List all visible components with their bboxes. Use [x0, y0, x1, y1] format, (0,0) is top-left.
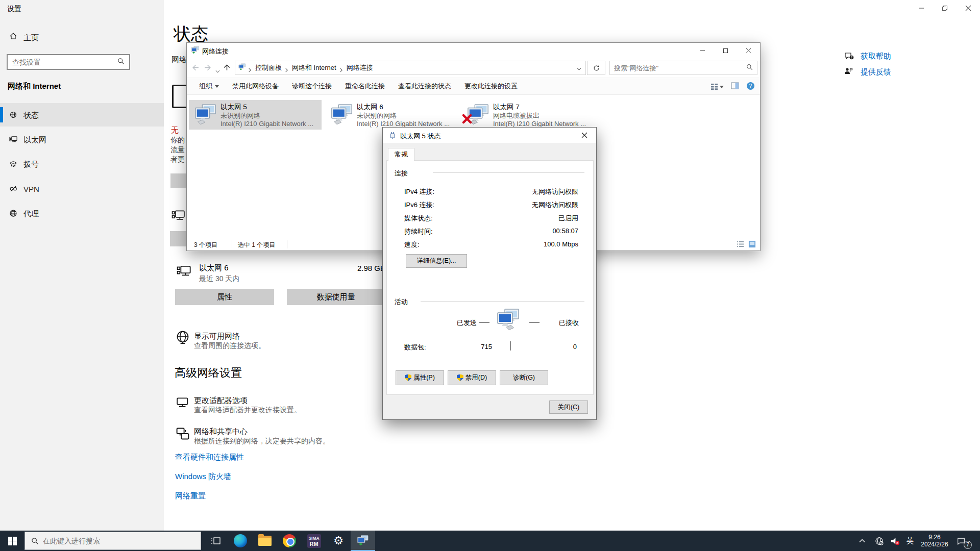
sidebar-item-status[interactable]: 状态	[0, 103, 164, 127]
close-icon[interactable]	[573, 128, 596, 143]
row-label: 媒体状态:	[404, 214, 433, 223]
properties-button[interactable]: 属性	[175, 289, 274, 305]
sidebar-item-dialup[interactable]: 拨号	[0, 152, 164, 176]
sidebar-item-label: 代理	[23, 209, 39, 219]
hardware-properties-link[interactable]: 查看硬件和连接属性	[175, 453, 244, 462]
tab-general[interactable]: 常规	[388, 148, 414, 161]
close-button[interactable]: 关闭(C)	[549, 400, 588, 414]
sidebar-item-ethernet[interactable]: 以太网	[0, 128, 164, 151]
explorer-titlebar[interactable]: 网络连接	[187, 43, 760, 58]
task-view-button[interactable]	[204, 531, 228, 551]
explorer-search-input[interactable]	[610, 64, 746, 72]
get-help-icon	[844, 51, 854, 61]
edge-icon[interactable]	[228, 531, 253, 551]
divider	[232, 240, 232, 248]
show-networks-desc: 查看周围的连接选项。	[194, 341, 265, 350]
maximize-icon[interactable]	[714, 43, 737, 58]
taskbar-search-box[interactable]	[24, 532, 201, 550]
close-icon[interactable]	[737, 43, 760, 58]
body-text-partial: 流量	[170, 145, 185, 155]
windows-firewall-link[interactable]: Windows 防火墙	[175, 472, 231, 482]
taskbar-clock[interactable]: 9:26 2024/2/26	[918, 531, 951, 551]
taskbar-search-input[interactable]	[39, 537, 201, 545]
help-icon[interactable]: ?	[746, 82, 755, 92]
settings-sidebar	[0, 0, 164, 531]
row-label: 持续时间:	[404, 227, 433, 236]
data-usage-button[interactable]: 数据使用量	[287, 289, 385, 305]
diagnose-button[interactable]: 诊断(G)	[500, 370, 548, 385]
show-networks-title[interactable]: 显示可用网络	[194, 332, 240, 341]
row-value: 00:58:07	[552, 227, 578, 235]
hidden-icons-chevron[interactable]	[856, 531, 868, 551]
disable-button[interactable]: 禁用(D)	[448, 370, 496, 385]
clock-time: 9:26	[918, 534, 951, 541]
uac-shield-icon	[457, 374, 463, 382]
usage-adapter-name: 以太网 6	[199, 263, 229, 273]
breadcrumb[interactable]: 控制面板 网络和 Internet 网络连接	[235, 61, 586, 75]
volume-muted-icon[interactable]	[888, 531, 901, 551]
dialog-titlebar[interactable]: 以太网 5 状态	[383, 128, 596, 143]
settings-gear-icon[interactable]: ⚙	[326, 531, 351, 551]
network-reset-link[interactable]: 网络重置	[175, 491, 206, 501]
chevron-down-icon[interactable]	[577, 63, 581, 72]
get-help-link[interactable]: 获取帮助	[861, 52, 891, 61]
explorer-search-box[interactable]	[609, 61, 757, 75]
status-globe-icon	[9, 111, 17, 119]
search-icon[interactable]	[746, 63, 757, 72]
sidebar-item-home[interactable]: 主页	[0, 30, 164, 48]
view-status-command[interactable]: 查看此连接的状态	[398, 82, 451, 91]
computer-activity-icon	[496, 308, 521, 334]
minimize-icon[interactable]	[691, 43, 714, 58]
change-settings-command[interactable]: 更改此连接的设置	[464, 82, 518, 91]
adapter-tile-ethernet7[interactable]: 以太网 7 网络电缆被拔出 Intel(R) I210 Gigabit Netw…	[461, 100, 594, 130]
refresh-icon[interactable]	[587, 61, 605, 75]
start-button[interactable]	[0, 531, 24, 551]
diagnose-command[interactable]: 诊断这个连接	[292, 82, 332, 91]
network-globe-icon[interactable]	[873, 531, 885, 551]
sharing-center-title[interactable]: 网络和共享中心	[194, 427, 248, 437]
sima-rm-app-icon[interactable]: SIMARM	[302, 531, 326, 551]
details-button[interactable]: 详细信息(E)...	[406, 254, 467, 268]
sidebar-item-proxy[interactable]: 代理	[0, 202, 164, 225]
back-icon[interactable]	[191, 63, 200, 72]
sidebar-item-vpn[interactable]: VPN	[0, 177, 164, 201]
dialog-tab-page: 连接 IPv4 连接: 无网络访问权限 IPv6 连接: 无网络访问权限 媒体状…	[386, 160, 594, 395]
rename-command[interactable]: 重命名此连接	[345, 82, 385, 91]
language-indicator[interactable]: 英	[903, 531, 917, 551]
preview-pane-icon[interactable]	[731, 82, 739, 91]
organize-menu[interactable]: 组织	[199, 82, 219, 91]
settings-search-input[interactable]	[8, 58, 117, 66]
minimize-icon[interactable]	[910, 0, 933, 16]
disable-device-command[interactable]: 禁用此网络设备	[232, 82, 279, 91]
large-icons-view-icon[interactable]	[748, 240, 756, 250]
feedback-link[interactable]: 提供反馈	[861, 67, 891, 77]
breadcrumb-segment[interactable]: 网络和 Internet	[291, 63, 337, 72]
properties-button[interactable]: 属性(P)	[396, 370, 444, 385]
usage-amount: 2.98 GB	[357, 264, 385, 272]
adapter-device: Intel(R) I210 Gigabit Network ...	[220, 120, 313, 128]
breadcrumb-segment[interactable]: 控制面板	[254, 63, 283, 72]
packets-label: 数据包:	[404, 343, 426, 352]
settings-search-box[interactable]	[7, 54, 130, 70]
chrome-icon[interactable]	[277, 531, 302, 551]
row-label: IPv4 连接:	[404, 187, 434, 196]
adapter-options-title[interactable]: 更改适配器选项	[194, 396, 248, 406]
file-explorer-icon[interactable]	[253, 531, 277, 551]
details-view-icon[interactable]	[737, 240, 744, 250]
restore-icon[interactable]	[933, 0, 957, 16]
adapter-tile-ethernet5[interactable]: 以太网 5 未识别的网络 Intel(R) I210 Gigabit Netwo…	[189, 100, 322, 130]
network-connections-taskbar-button[interactable]	[351, 531, 375, 551]
close-icon[interactable]	[957, 0, 980, 16]
view-options-icon[interactable]	[710, 83, 724, 91]
network-status-subtitle-partial: 网络	[172, 55, 187, 65]
taskbar: SIMARM ⚙ 英 9:26 2024/2/26 7	[0, 531, 980, 551]
forward-icon[interactable]	[204, 63, 213, 72]
selected-count: 选中 1 个项目	[238, 241, 275, 249]
svg-text:?: ?	[749, 83, 752, 89]
up-icon[interactable]	[223, 63, 232, 72]
explorer-command-bar: 组织 禁用此网络设备 诊断这个连接 重命名此连接 查看此连接的状态 更改此连接的…	[187, 78, 760, 95]
breadcrumb-segment[interactable]: 网络连接	[346, 63, 374, 72]
search-icon[interactable]	[117, 58, 129, 67]
feedback-icon	[844, 67, 854, 77]
adapter-tile-ethernet6[interactable]: 以太网 6 未识别的网络 Intel(R) I210 Gigabit Netwo…	[325, 100, 458, 130]
